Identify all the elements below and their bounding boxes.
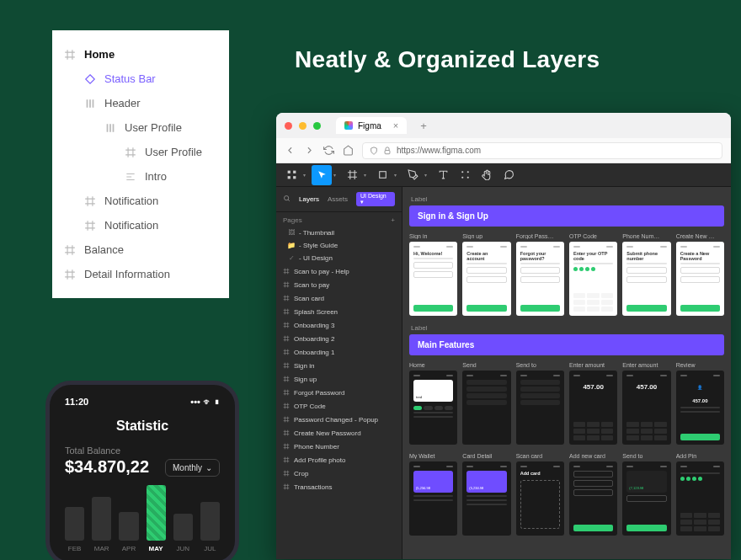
resources-tool[interactable] (455, 165, 475, 185)
search-icon[interactable] (283, 195, 291, 204)
frame-item[interactable]: Create New Password (276, 426, 402, 440)
layer-row[interactable]: User Profile (52, 115, 229, 140)
frame-icon (283, 268, 290, 275)
artboard[interactable]: (7,123.98 (622, 461, 670, 536)
svg-rect-1 (287, 171, 290, 173)
figma-toolbar: ▾ ▾ ▾ ▾ ▾ (276, 163, 731, 187)
window-minimize-icon[interactable] (299, 122, 307, 130)
artboard[interactable] (676, 461, 724, 536)
figma-left-panel: Layers Assets UI Design ▾ Pages+ 🖼- Thum… (276, 187, 402, 559)
artboard[interactable] (516, 371, 564, 445)
frame-item[interactable]: Onboarding 2 (276, 332, 402, 345)
artboard[interactable]: Enter your OTP code (569, 242, 617, 316)
layer-row[interactable]: Notification (52, 189, 229, 213)
artboard[interactable]: 👤457.00 (676, 371, 724, 445)
layer-row[interactable]: Status Bar (52, 67, 229, 91)
frame-title: Send to (516, 362, 564, 368)
frame-label: Sign up (294, 376, 317, 383)
frame-item[interactable]: Add Profile photo (276, 453, 402, 467)
artboard[interactable]: (5,234.98 (462, 461, 510, 536)
window-close-icon[interactable] (285, 122, 292, 130)
artboard[interactable]: (5,234.98 (409, 461, 457, 536)
frame-item[interactable]: Phone Number (276, 440, 402, 453)
frame-item[interactable]: Scan card (276, 291, 402, 305)
frame-item[interactable]: Onboarding 3 (276, 318, 402, 332)
layer-row[interactable]: Notification (52, 213, 229, 237)
frame-icon (283, 295, 290, 301)
frame-item[interactable]: Sign in (276, 359, 402, 372)
frame-label: Sign in (294, 362, 314, 370)
reload-icon[interactable] (323, 145, 334, 156)
layer-row[interactable]: Intro (52, 164, 229, 189)
layer-label: Header (104, 97, 141, 109)
artboard[interactable]: Forgot your password? (516, 242, 564, 316)
pen-tool[interactable] (402, 165, 423, 185)
layer-row[interactable]: Home (52, 42, 229, 67)
add-page-button[interactable]: + (391, 216, 395, 224)
artboard[interactable]: 457.00 (569, 371, 617, 445)
forward-icon[interactable] (304, 145, 315, 156)
figma-canvas[interactable]: LabelSign in & Sign UpSign inHi, Welcome… (402, 187, 731, 559)
svg-rect-0 (385, 150, 390, 153)
frame-item[interactable]: Splash Screen (276, 305, 402, 318)
page-dropdown[interactable]: UI Design ▾ (356, 192, 395, 206)
layers-tab[interactable]: Layers (299, 195, 319, 203)
page-item[interactable]: 🖼- Thumbnail (276, 227, 402, 239)
layer-row[interactable]: Header (52, 91, 229, 115)
page-item[interactable]: ✓- UI Design (276, 252, 402, 264)
artboard[interactable]: Add card (516, 461, 564, 536)
shape-tool[interactable] (372, 165, 392, 185)
artboard[interactable]: Submit phone number (622, 242, 670, 316)
page-item[interactable]: 📁- Style Guide (276, 239, 402, 252)
frame-item[interactable]: Forgot Password (276, 386, 402, 399)
artboard[interactable]: 457.00 (622, 371, 670, 445)
layer-row[interactable]: Detail Information (52, 262, 229, 286)
frame-tool[interactable] (342, 165, 362, 185)
layer-row[interactable]: User Profile (52, 140, 229, 164)
bars-icon (84, 98, 96, 109)
frame-label: Create New Password (294, 429, 361, 437)
frame-item[interactable]: Scan to pay - Help (276, 264, 402, 278)
move-tool[interactable] (312, 165, 332, 185)
frame-item[interactable]: Crop (276, 467, 402, 480)
artboard[interactable]: Create a New Password (676, 242, 724, 316)
artboard[interactable] (569, 461, 617, 536)
back-icon[interactable] (285, 145, 296, 156)
url-input[interactable]: https://www.figma.com (362, 142, 722, 159)
balance-value: $34.870,22 (65, 457, 149, 477)
phone-time: 11:20 (65, 397, 88, 407)
balance-label: Total Balance (65, 445, 149, 456)
frame-item[interactable]: Onboarding 1 (276, 345, 402, 359)
window-zoom-icon[interactable] (313, 122, 321, 130)
comment-tool[interactable] (498, 165, 519, 185)
close-tab-icon[interactable]: × (393, 120, 398, 131)
bar-col: JUN (173, 514, 193, 552)
frame-item[interactable]: OTP Code (276, 399, 402, 413)
chevron-down-icon: ⌄ (205, 463, 212, 472)
period-dropdown[interactable]: Monthly ⌄ (165, 459, 220, 477)
artboard[interactable]: Hi, Welcome! (409, 242, 457, 316)
frame-item[interactable]: Transactions (276, 480, 402, 493)
artboard[interactable]: Create an account (462, 242, 510, 316)
browser-tab[interactable]: Figma × (336, 117, 407, 134)
diamond-icon (84, 73, 96, 85)
new-tab-button[interactable]: + (420, 120, 427, 132)
menu-tool[interactable] (281, 165, 301, 185)
layer-label: Notification (104, 195, 158, 207)
frame-icon (84, 195, 96, 207)
artboard[interactable]: tred (409, 371, 457, 445)
frame-item[interactable]: Scan to pay (276, 278, 402, 291)
hand-tool[interactable] (477, 165, 497, 185)
frame-label: Phone Number (294, 443, 339, 451)
frame-title: Enter amount (569, 362, 617, 368)
frame-title: Forgot Pass… (516, 233, 564, 239)
frame-item[interactable]: Password Changed - Popup (276, 413, 402, 426)
text-tool[interactable] (433, 165, 453, 185)
section-label: Label (411, 195, 724, 203)
assets-tab[interactable]: Assets (328, 195, 348, 203)
home-icon[interactable] (343, 145, 354, 156)
layer-row[interactable]: Balance (52, 237, 229, 262)
frame-label: Forgot Password (294, 389, 344, 397)
frame-item[interactable]: Sign up (276, 372, 402, 386)
artboard[interactable] (462, 371, 510, 445)
